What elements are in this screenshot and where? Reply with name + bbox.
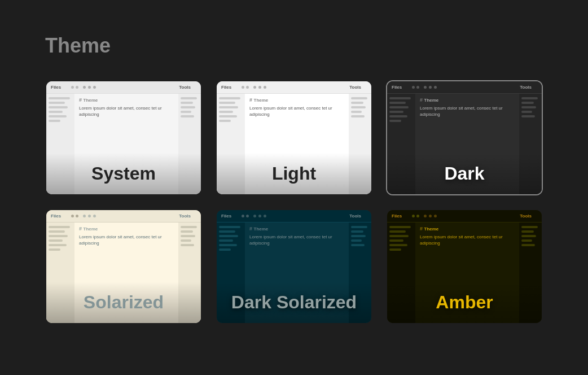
- theme-name-dark-solarized: Dark Solarized: [217, 282, 371, 323]
- mini-dots-left-dark-solarized: [242, 215, 249, 217]
- mini-sidebar-line-2: [219, 230, 235, 233]
- mini-dot-1: [242, 86, 244, 89]
- mini-sidebar-line-1: [49, 97, 70, 99]
- mini-right-line-2: [351, 230, 363, 233]
- mini-sidebar-line-3: [219, 106, 238, 108]
- mini-dot-single-3: [93, 86, 96, 89]
- mini-right-line-5: [181, 244, 194, 246]
- mini-sidebar-line-4: [389, 239, 403, 242]
- mini-sidebar-line-5: [219, 244, 237, 246]
- mini-files-solarized: Files: [51, 213, 61, 219]
- theme-card-solarized[interactable]: Files Tools: [45, 209, 202, 324]
- mini-sidebar-line-3: [219, 235, 238, 237]
- mini-lorem-amber: Lorem ipsum dolor sit amet, consec tet u…: [420, 234, 515, 246]
- mini-dot-single-2: [88, 86, 91, 89]
- theme-card-amber[interactable]: Files Tools: [386, 209, 543, 324]
- mini-right-line-4: [351, 111, 362, 113]
- mini-dot-single-2: [258, 215, 261, 217]
- mini-dots-left-solarized: [71, 215, 78, 217]
- mini-tools-dark: Tools: [520, 85, 532, 90]
- mini-sidebar-line-3: [49, 235, 68, 237]
- mini-toolbar-dark-solarized: Files Tools: [217, 210, 371, 223]
- mini-hash-dark-solarized: # Theme: [249, 226, 344, 232]
- mini-sidebar-line-4: [49, 239, 63, 242]
- mini-sidebar-line-4: [219, 239, 233, 242]
- mini-dot-2: [76, 86, 78, 89]
- mini-right-line-2: [521, 102, 534, 104]
- mini-files-light: Files: [221, 85, 231, 90]
- mini-sidebar-line-1: [389, 97, 411, 99]
- mini-dot-2: [246, 86, 249, 89]
- mini-dots-left-system: [71, 86, 78, 89]
- mini-lorem-dark: Lorem ipsum dolor sit amet, consec tet u…: [420, 105, 515, 117]
- mini-tools-solarized: Tools: [179, 213, 191, 219]
- mini-right-line-2: [521, 230, 534, 233]
- mini-right-line-1: [521, 97, 538, 99]
- mini-sidebar-line-3: [389, 235, 409, 237]
- mini-toolbar-dark: Files Tools: [387, 81, 542, 94]
- mini-right-line-3: [521, 106, 536, 108]
- mini-toolbar-amber: Files Tools: [387, 210, 542, 223]
- mini-files-amber: Files: [392, 213, 402, 219]
- mini-theme-label-text-light: Theme: [254, 98, 269, 103]
- mini-dot-1: [71, 86, 74, 89]
- theme-card-dark-solarized[interactable]: Files Tools: [216, 209, 372, 324]
- mini-hash-dark: # Theme: [420, 97, 515, 103]
- mini-sidebar-line-4: [389, 111, 403, 113]
- mini-sidebar-line-4: [49, 111, 63, 113]
- mini-sidebar-line-5: [49, 244, 67, 246]
- mini-tools-amber: Tools: [520, 213, 532, 219]
- mini-theme-label-text-dark-solarized: Theme: [254, 226, 269, 232]
- mini-sidebar-line-3: [389, 106, 409, 108]
- mini-hash-solarized: # Theme: [79, 226, 174, 232]
- mini-dots-left-dark: [412, 86, 419, 89]
- mini-tools-system: Tools: [179, 85, 191, 90]
- mini-hash-amber: # Theme: [420, 226, 515, 232]
- mini-dot-single-3: [264, 215, 266, 217]
- mini-dot-single-1: [253, 215, 256, 217]
- mini-lorem-light: Lorem ipsum dolor sit amet, consec tet u…: [249, 105, 344, 117]
- mini-dot-single-2: [258, 86, 261, 89]
- mini-right-line-5: [521, 115, 535, 117]
- mini-dot-2: [246, 215, 249, 217]
- mini-toolbar-system: Files Tools: [46, 81, 201, 94]
- mini-right-line-5: [181, 115, 194, 117]
- mini-hash-system: # Theme: [79, 97, 174, 103]
- mini-sidebar-line-6: [49, 248, 60, 251]
- mini-sidebar-line-1: [219, 97, 240, 99]
- mini-dots-left-amber: [412, 215, 419, 217]
- mini-right-line-1: [351, 226, 367, 228]
- mini-sidebar-line-5: [219, 115, 237, 117]
- mini-lorem-dark-solarized: Lorem ipsum dolor sit amet, consec tet u…: [249, 234, 344, 246]
- mini-theme-label-text-amber: Theme: [424, 226, 439, 232]
- mini-right-line-2: [181, 230, 193, 233]
- mini-sidebar-line-6: [389, 248, 401, 251]
- mini-sidebar-line-6: [49, 120, 60, 122]
- mini-dot-single-3: [434, 215, 437, 217]
- mini-dot-single-2: [429, 215, 432, 217]
- mini-theme-label-text-dark: Theme: [424, 98, 439, 103]
- mini-sidebar-line-1: [219, 226, 240, 228]
- mini-sidebar-line-2: [389, 230, 406, 233]
- mini-right-line-3: [521, 235, 536, 237]
- mini-dot-single-3: [264, 86, 266, 89]
- theme-card-system[interactable]: Files Tools: [45, 80, 202, 195]
- mini-sidebar-line-1: [49, 226, 70, 228]
- theme-name-solarized: Solarized: [46, 282, 201, 323]
- mini-dot-1: [412, 86, 415, 89]
- mini-right-line-2: [351, 102, 363, 104]
- mini-right-line-4: [181, 111, 191, 113]
- mini-files-dark-solarized: Files: [221, 213, 231, 219]
- theme-name-dark: Dark: [387, 153, 542, 194]
- theme-card-dark[interactable]: Files Tools: [386, 80, 543, 195]
- mini-right-line-3: [351, 235, 366, 237]
- mini-theme-label-text-system: Theme: [84, 98, 98, 103]
- mini-sidebar-line-5: [389, 115, 407, 117]
- mini-right-line-5: [351, 244, 365, 246]
- mini-dot-single-1: [83, 215, 86, 217]
- mini-dot-single-2: [429, 86, 432, 89]
- mini-right-line-5: [351, 115, 365, 117]
- mini-sidebar-line-2: [49, 230, 65, 233]
- mini-dot-2: [76, 215, 78, 217]
- theme-card-light[interactable]: Files Tools: [216, 80, 372, 195]
